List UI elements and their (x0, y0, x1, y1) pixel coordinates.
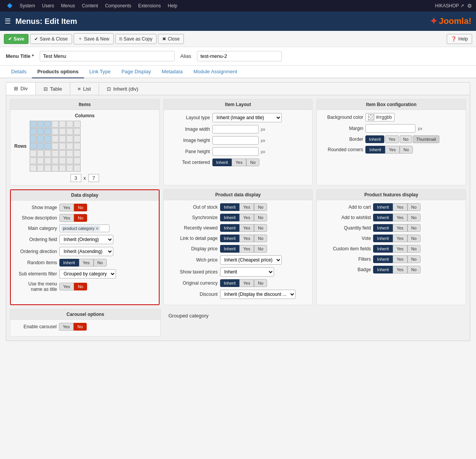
tab-module-assignment[interactable]: Module Assignment (188, 66, 242, 78)
border-no[interactable]: No (400, 135, 412, 143)
rounded-no[interactable]: No (400, 146, 413, 154)
ordering-dir-select[interactable]: Inherit (Ascending) (59, 247, 113, 256)
random-no[interactable]: No (94, 259, 107, 267)
price-inherit[interactable]: Inherit (220, 245, 240, 253)
oos-no[interactable]: No (254, 203, 267, 211)
color-swatch[interactable]: #rrggbb (365, 113, 394, 122)
custom-yes[interactable]: Yes (393, 245, 407, 253)
save-new-button[interactable]: ＋ Save & New (74, 33, 114, 44)
view-tab-div[interactable]: ⊞ Div (6, 83, 36, 95)
vote-inherit[interactable]: Inherit (373, 235, 393, 242)
nav-users[interactable]: Users (39, 3, 57, 8)
discount-select[interactable]: Inherit (Display the discount ... (220, 290, 296, 299)
nav-extensions[interactable]: Extensions (135, 3, 164, 8)
filters-no[interactable]: No (407, 255, 420, 263)
nav-content[interactable]: Content (79, 3, 101, 8)
link-yes[interactable]: Yes (239, 235, 254, 242)
image-width-input[interactable] (212, 125, 259, 133)
qty-yes[interactable]: Yes (393, 224, 407, 232)
qty-inherit[interactable]: Inherit (373, 224, 393, 232)
nav-menus[interactable]: Menus (58, 3, 78, 8)
badge-yes[interactable]: Yes (393, 266, 407, 273)
price-yes[interactable]: Yes (239, 245, 254, 253)
badge-no[interactable]: No (407, 266, 420, 273)
text-centered-no[interactable]: No (246, 159, 259, 166)
add-cart-inherit[interactable]: Inherit (373, 203, 393, 211)
border-inherit[interactable]: Inherit (365, 135, 384, 143)
tab-link-type[interactable]: Link Type (84, 66, 116, 78)
which-price-select[interactable]: Inherit (Cheapest price) (220, 255, 282, 265)
custom-inherit[interactable]: Inherit (373, 245, 393, 253)
recent-yes[interactable]: Yes (239, 224, 254, 232)
custom-no[interactable]: No (407, 245, 420, 253)
view-tab-list[interactable]: ≡ List (70, 83, 99, 95)
recent-inherit[interactable]: Inherit (220, 224, 240, 232)
wishlist-yes[interactable]: Yes (393, 214, 407, 221)
hikashop-link[interactable]: HIKASHOP ↗ (435, 3, 464, 8)
random-yes[interactable]: Yes (79, 259, 94, 267)
vote-yes[interactable]: Yes (393, 235, 407, 242)
tag-remove-icon[interactable]: ✕ (96, 226, 99, 231)
image-height-input[interactable] (212, 136, 259, 145)
text-centered-inherit[interactable]: Inherit (212, 159, 232, 166)
filters-yes[interactable]: Yes (393, 255, 407, 263)
view-tab-table[interactable]: ⊟ Table (36, 83, 70, 95)
help-button[interactable]: ❓ Help (447, 34, 472, 44)
show-image-yes[interactable]: Yes (59, 204, 74, 211)
save-close-button[interactable]: ✔ Save & Close (30, 34, 72, 44)
alias-input[interactable] (197, 51, 282, 61)
oos-inherit[interactable]: Inherit (220, 203, 240, 211)
hamburger-icon[interactable]: ☰ (5, 17, 11, 25)
badge-inherit[interactable]: Inherit (373, 266, 393, 273)
filters-inherit[interactable]: Inherit (373, 255, 393, 263)
qty-no[interactable]: No (407, 224, 420, 232)
show-desc-yes[interactable]: Yes (59, 214, 74, 222)
link-no[interactable]: No (254, 235, 267, 242)
ordering-field-select[interactable]: Inherit (Ordering) (59, 235, 113, 244)
gear-icon[interactable]: ⚙ (467, 3, 472, 9)
sync-inherit[interactable]: Inherit (220, 214, 240, 221)
view-tab-inherit[interactable]: ⊡ Inherit (div) (99, 83, 146, 95)
show-image-no[interactable]: No (74, 204, 87, 211)
nav-components[interactable]: Components (102, 3, 134, 8)
pane-height-input[interactable] (212, 147, 259, 156)
enable-no[interactable]: No (74, 323, 87, 331)
oos-yes[interactable]: Yes (239, 203, 254, 211)
rounded-inherit[interactable]: Inherit (365, 146, 385, 154)
wishlist-inherit[interactable]: Inherit (373, 214, 393, 221)
price-no[interactable]: No (254, 245, 267, 253)
save-copy-button[interactable]: ⎘ Save as Copy (115, 34, 157, 44)
show-desc-no[interactable]: No (74, 214, 87, 222)
vote-no[interactable]: No (407, 235, 420, 242)
use-menu-no[interactable]: No (74, 283, 87, 290)
tab-metadata[interactable]: Metadata (156, 66, 188, 78)
close-button[interactable]: ✖ Close (158, 34, 184, 44)
tab-page-display[interactable]: Page Display (116, 66, 156, 78)
margin-input[interactable] (365, 124, 415, 133)
rounded-yes[interactable]: Yes (385, 146, 400, 154)
tab-details[interactable]: Details (6, 66, 32, 78)
sub-filter-select[interactable]: Grouped by category (59, 269, 116, 278)
orig-inherit[interactable]: Inherit (220, 279, 240, 287)
random-inherit[interactable]: Inherit (59, 259, 79, 267)
text-centered-yes[interactable]: Yes (232, 159, 246, 166)
use-menu-yes[interactable]: Yes (59, 283, 74, 290)
border-yes[interactable]: Yes (385, 135, 399, 143)
wishlist-no[interactable]: No (407, 214, 420, 221)
add-cart-no[interactable]: No (407, 203, 420, 211)
tab-products-options[interactable]: Products options (32, 66, 84, 78)
save-button[interactable]: ✔ Save (4, 34, 29, 44)
sync-no[interactable]: No (254, 214, 267, 221)
layout-type-select[interactable]: Inherit (Image and title) (212, 113, 282, 122)
orig-yes[interactable]: Yes (239, 279, 254, 287)
menu-title-input[interactable] (40, 51, 175, 61)
nav-help[interactable]: Help (165, 3, 180, 8)
nav-system[interactable]: System (17, 3, 38, 8)
recent-no[interactable]: No (254, 224, 267, 232)
link-inherit[interactable]: Inherit (220, 235, 240, 242)
sync-yes[interactable]: Yes (239, 214, 254, 221)
add-cart-yes[interactable]: Yes (393, 203, 407, 211)
enable-yes[interactable]: Yes (59, 323, 74, 331)
show-taxed-select[interactable]: Inherit (220, 267, 274, 277)
main-cat-input[interactable]: product category ✕ (59, 224, 109, 232)
